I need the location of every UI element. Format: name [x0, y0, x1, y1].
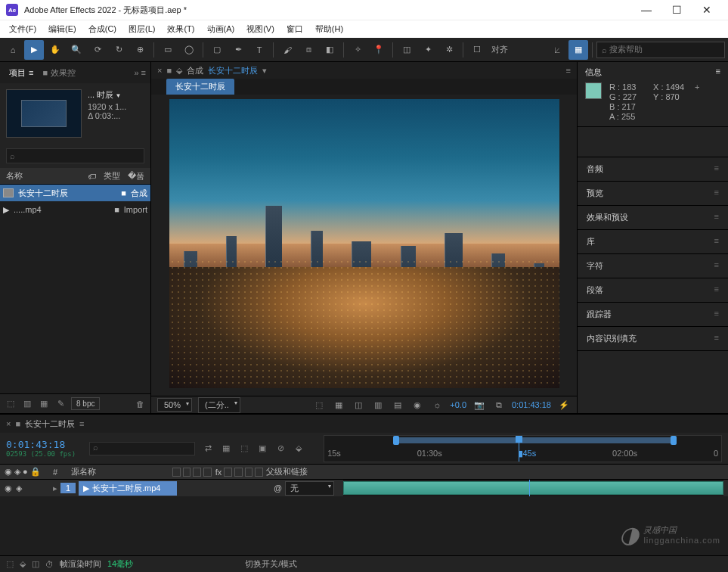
- panel-menu-icon[interactable]: ≡: [716, 67, 720, 78]
- project-list[interactable]: 长安十二时辰 ■ 合成 ▶ .....mp4 ■ Import: [0, 185, 150, 393]
- tab-effect-controls[interactable]: ■ 效果控: [38, 64, 80, 82]
- col-type[interactable]: 类型: [104, 170, 120, 182]
- layer-row[interactable]: ◉ ◈ ▸ 1 ▶ 长安十二时辰.mp4 @ 无: [0, 480, 728, 496]
- minimize-button[interactable]: —: [631, 0, 661, 20]
- grid-icon[interactable]: ▦: [568, 40, 588, 60]
- selection-tool-icon[interactable]: ▶: [24, 40, 44, 60]
- timeline-timecode[interactable]: 0:01:43:18: [6, 439, 65, 450]
- light-tool-icon[interactable]: ✲: [439, 40, 459, 60]
- zoom-tool-icon[interactable]: 🔍: [67, 40, 86, 60]
- channel-icon[interactable]: ◉: [410, 398, 424, 412]
- section-paragraph[interactable]: 段落: [578, 278, 728, 303]
- flow-icon[interactable]: ⬙: [176, 66, 182, 76]
- motion-blur-icon[interactable]: ⊘: [274, 442, 287, 455]
- section-content-aware[interactable]: 内容识别填充: [578, 327, 728, 351]
- layer-bar[interactable]: [343, 481, 723, 495]
- layer-parent[interactable]: @ 无: [274, 481, 334, 496]
- resolution-select[interactable]: (二分..: [198, 397, 240, 413]
- menu-composition[interactable]: 合成(C): [82, 22, 122, 36]
- exposure-value[interactable]: +0.0: [450, 400, 466, 409]
- audio-toggle-icon[interactable]: ◈: [16, 483, 25, 493]
- section-preview[interactable]: 预览: [578, 182, 728, 206]
- section-effects-presets[interactable]: 效果和预设: [578, 206, 728, 230]
- track-playhead[interactable]: [529, 480, 530, 496]
- trash-icon[interactable]: 🗑: [134, 398, 146, 410]
- timeline-tab-name[interactable]: 长安十二时辰: [25, 418, 75, 430]
- menu-layer[interactable]: 图层(L): [122, 22, 161, 36]
- graph-editor-icon[interactable]: ⬙: [292, 442, 305, 455]
- transparency-grid-icon[interactable]: ▦: [332, 398, 345, 412]
- asset-name[interactable]: ... 时辰: [88, 89, 144, 101]
- panel-menu-icon[interactable]: » ≡: [134, 68, 146, 77]
- menu-view[interactable]: 视图(V): [240, 22, 280, 36]
- close-tab-icon[interactable]: ×: [6, 419, 11, 428]
- shy-icon[interactable]: ⬚: [237, 442, 251, 455]
- menu-edit[interactable]: 编辑(E): [42, 22, 82, 36]
- eraser-tool-icon[interactable]: ◧: [320, 40, 339, 60]
- tab-project[interactable]: 项目 ≡: [5, 64, 38, 82]
- help-search[interactable]: ⌕ 搜索帮助: [596, 42, 725, 58]
- roto-tool-icon[interactable]: ✧: [348, 40, 367, 60]
- viewer-timecode[interactable]: 0:01:43:18: [512, 400, 551, 409]
- layer-name[interactable]: ▶ 长安十二时辰.mp4: [79, 481, 177, 496]
- layer-track[interactable]: [343, 480, 723, 496]
- col-source-name[interactable]: 源名称: [71, 466, 169, 477]
- comp-name[interactable]: 长安十二时辰: [208, 65, 258, 76]
- col-number[interactable]: #: [53, 468, 68, 477]
- add-info-icon[interactable]: +: [695, 82, 699, 92]
- orbit-tool-icon[interactable]: ⟳: [88, 40, 107, 60]
- pickwhip-icon[interactable]: @: [274, 483, 282, 493]
- work-area[interactable]: [396, 437, 674, 443]
- layer-av-toggles[interactable]: ◉ ◈: [5, 483, 50, 493]
- region-icon[interactable]: ⬚: [312, 398, 326, 412]
- snapshot-icon[interactable]: 📷: [472, 398, 486, 412]
- video-toggle-icon[interactable]: ◉: [5, 483, 14, 493]
- close-tab-icon[interactable]: ×: [157, 66, 162, 75]
- work-area-start-handle[interactable]: [393, 436, 399, 445]
- panel-menu-icon[interactable]: ≡: [566, 66, 571, 75]
- menu-animation[interactable]: 动画(A): [201, 22, 241, 36]
- col-extra-icon[interactable]: �품: [128, 170, 144, 182]
- close-button[interactable]: ✕: [692, 0, 722, 20]
- timeline-timecode-block[interactable]: 0:01:43:18 02593 (25.00 fps): [6, 439, 76, 458]
- fast-preview-icon[interactable]: ⚡: [557, 398, 571, 412]
- adjust-icon[interactable]: ✎: [54, 398, 67, 410]
- layer-number[interactable]: 1: [60, 483, 76, 493]
- col-switches[interactable]: fx: [172, 468, 263, 477]
- project-search[interactable]: ⌕: [6, 148, 144, 163]
- project-item-comp[interactable]: 长安十二时辰 ■ 合成: [0, 185, 150, 201]
- draft3d-icon[interactable]: ▦: [219, 442, 233, 455]
- comp-mini-flowchart-icon[interactable]: ⇄: [201, 442, 215, 455]
- col-parent[interactable]: 父级和链接: [266, 466, 327, 477]
- menu-help[interactable]: 帮助(H): [309, 22, 349, 36]
- parent-select[interactable]: 无: [285, 481, 334, 496]
- tab-menu-icon[interactable]: ≡: [79, 419, 84, 428]
- asset-thumbnail[interactable]: [6, 89, 82, 138]
- viewer-canvas[interactable]: [169, 99, 559, 388]
- exposure-icon[interactable]: ☼: [430, 398, 444, 412]
- text-tool-icon[interactable]: T: [249, 40, 269, 60]
- comp-active-tab[interactable]: 长安十二时辰: [166, 79, 234, 95]
- show-snapshot-icon[interactable]: ⧉: [492, 398, 506, 412]
- bit-depth[interactable]: 8 bpc: [71, 397, 100, 410]
- section-character[interactable]: 字符: [578, 254, 728, 278]
- mask-icon[interactable]: ◫: [352, 398, 365, 412]
- section-tracker[interactable]: 跟踪器: [578, 303, 728, 327]
- rotate-tool-icon[interactable]: ↻: [109, 40, 129, 60]
- time-ruler[interactable]: 15s 01:30s ▮45s 02:00s 0: [324, 435, 722, 462]
- grid-icon[interactable]: ▤: [391, 398, 404, 412]
- interpret-icon[interactable]: ⬚: [5, 398, 17, 410]
- timeline-body[interactable]: ◑ 灵感中国 lingganchina.com: [0, 496, 728, 555]
- snap-checkbox[interactable]: ☐: [467, 40, 487, 60]
- project-item-footage[interactable]: ▶ .....mp4 ■ Import: [0, 201, 150, 218]
- render-time-icon[interactable]: ⏱: [45, 560, 54, 569]
- toggle-modes-icon[interactable]: ⬙: [20, 559, 26, 569]
- 3d-tool-icon[interactable]: ◫: [397, 40, 417, 60]
- menu-window[interactable]: 窗口: [280, 22, 309, 36]
- lock-icon[interactable]: ■: [166, 66, 172, 75]
- guide-icon[interactable]: ▥: [371, 398, 385, 412]
- shape-tool-icon[interactable]: ▢: [207, 40, 227, 60]
- toggle-switches-modes[interactable]: 切换开关/模式: [245, 558, 297, 570]
- dropdown-icon[interactable]: ▾: [262, 66, 267, 76]
- brush-tool-icon[interactable]: 🖌: [277, 40, 297, 60]
